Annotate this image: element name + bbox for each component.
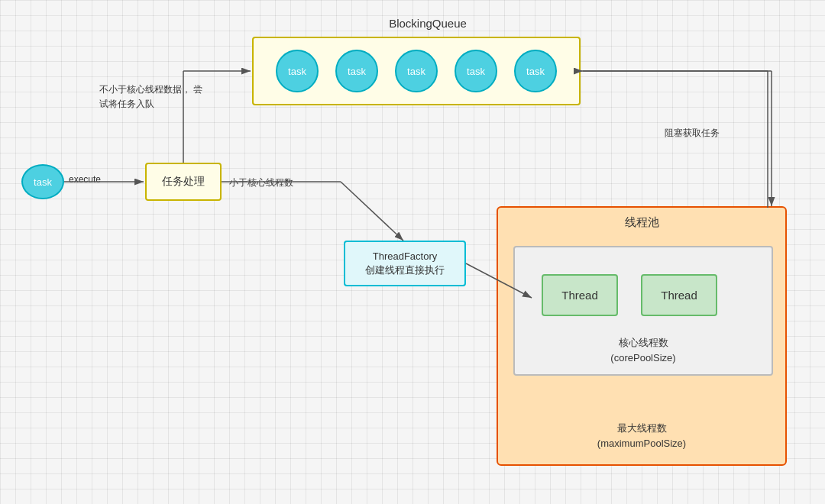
diagram: BlockingQueue task task task task task t… <box>0 0 825 504</box>
thread-box-1: Thread <box>542 274 618 316</box>
task-left-circle: task <box>21 164 64 199</box>
svg-line-7 <box>341 182 403 241</box>
task-process-box: 任务处理 <box>145 163 222 201</box>
tf-label: ThreadFactory 创建线程直接执行 <box>365 250 445 277</box>
core-pool-label: 核心线程数 (corePoolSize) <box>515 335 772 365</box>
bq-task-4: task <box>455 50 497 92</box>
pool-bottom-label: 最大线程数 (maximumPoolSize) <box>498 421 785 451</box>
core-pool-box: Thread Thread 核心线程数 (corePoolSize) <box>513 246 773 376</box>
bq-task-1: task <box>276 50 319 92</box>
execute-label: execute <box>69 173 101 186</box>
thread-box-2: Thread <box>641 274 717 316</box>
bq-task-5: task <box>514 50 557 92</box>
block-get-label: 阻塞获取任务 <box>665 126 720 140</box>
blocking-queue-box: task task task task task <box>252 37 581 105</box>
thread-factory-box: ThreadFactory 创建线程直接执行 <box>344 241 466 286</box>
thread-pool-outer: 线程池 Thread Thread 核心线程数 (corePoolSize) 最… <box>497 206 787 466</box>
blocking-queue-label: BlockingQueue <box>267 17 588 30</box>
bq-task-3: task <box>395 50 438 92</box>
not-less-core-label: 不小于核心线程数据， 尝试将任务入队 <box>99 82 206 111</box>
less-than-core-label: 小于核心线程数 <box>229 176 293 189</box>
pool-outer-label: 线程池 <box>498 215 785 230</box>
bq-task-2: task <box>335 50 378 92</box>
